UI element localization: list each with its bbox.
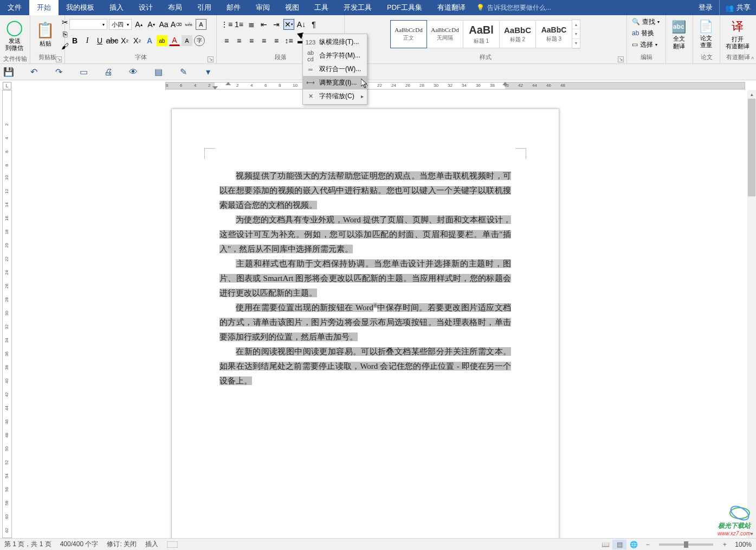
status-extra[interactable]	[167, 541, 178, 548]
qat-undo-button[interactable]: ↶	[28, 67, 39, 78]
view-print-layout[interactable]: ▤	[612, 540, 626, 549]
scroll-up-button[interactable]: ▴	[747, 90, 756, 99]
tab-tools[interactable]: 工具	[307, 0, 336, 15]
tab-file[interactable]: 文件	[0, 0, 29, 15]
document-content[interactable]: 视频提供了功能强大的方法帮助您证明您的观点。当您单击联机视频时，可以在想要添加的…	[219, 169, 511, 388]
zoom-percentage[interactable]: 100%	[735, 541, 752, 548]
shrink-font-button[interactable]: A▾	[146, 19, 157, 30]
grow-font-button[interactable]: A▴	[133, 19, 144, 30]
vertical-ruler[interactable]: 2468101214161820222426283032343638404244…	[2, 90, 12, 538]
bullets-button[interactable]: ⋮≡	[221, 19, 232, 30]
qat-customize[interactable]: ▾	[203, 67, 214, 78]
replace-button[interactable]: ab替换	[630, 28, 662, 39]
share-button[interactable]: 👥共享	[719, 0, 756, 15]
right-indent-marker[interactable]	[502, 82, 508, 85]
tab-selector[interactable]: L	[3, 82, 11, 89]
status-word-count[interactable]: 400/400 个字	[60, 540, 99, 549]
decrease-indent-button[interactable]: ⇤	[259, 19, 269, 30]
paste-button[interactable]: 📋 粘贴	[33, 19, 58, 49]
clear-formatting-button[interactable]: A⌫	[171, 19, 182, 30]
asian-layout-button[interactable]: ✕▾	[283, 19, 294, 30]
increase-indent-button[interactable]: ⇥	[271, 19, 282, 30]
enclose-characters-button[interactable]: 字	[194, 35, 205, 46]
zoom-out-button[interactable]: −	[641, 540, 655, 549]
qat-btn8[interactable]: ✎	[178, 67, 189, 78]
style-heading1[interactable]: AaBl标题 1	[463, 20, 500, 48]
hanging-indent-marker[interactable]	[212, 86, 218, 89]
font-dialog-launcher[interactable]: ↘	[208, 56, 214, 62]
view-read-mode[interactable]: 📖	[598, 540, 612, 549]
subscript-button[interactable]: X2	[119, 35, 130, 46]
scrollbar-thumb[interactable]	[748, 99, 755, 196]
tab-developer[interactable]: 开发工具	[336, 0, 379, 15]
align-center-button[interactable]: ≡	[234, 35, 244, 46]
menu-character-scaling[interactable]: ✕字符缩放(C)▸	[303, 89, 367, 103]
style-gallery[interactable]: AaBbCcDd正文 AaBbCcDd无间隔 AaBl标题 1 AaBbC标题 …	[391, 20, 580, 49]
find-button[interactable]: 🔍查找▾	[630, 16, 662, 27]
bold-button[interactable]: B	[69, 35, 80, 46]
numbering-button[interactable]: 1≡	[234, 19, 244, 30]
tab-insert[interactable]: 插入	[102, 0, 131, 15]
status-track-changes[interactable]: 修订: 关闭	[107, 540, 137, 549]
font-size-combo[interactable]: 小四▾	[109, 19, 132, 30]
character-border-button[interactable]: A	[196, 19, 206, 30]
qat-btn6[interactable]: 👁	[128, 67, 139, 78]
status-insert-mode[interactable]: 插入	[145, 540, 158, 549]
menu-two-lines-in-one[interactable]: ═双行合一(W)...	[303, 62, 367, 76]
menu-combine-characters[interactable]: abcd合并字符(M)...	[303, 49, 367, 62]
character-shading-button[interactable]: A	[182, 35, 192, 46]
tab-pdftools[interactable]: PDF工具集	[379, 0, 430, 15]
distribute-button[interactable]: ≡	[271, 35, 282, 46]
align-left-button[interactable]: ≡	[221, 35, 232, 46]
vertical-scrollbar[interactable]: ▴ ▾	[747, 90, 756, 538]
phonetic-guide-button[interactable]: wén	[183, 19, 194, 30]
tab-home[interactable]: 开始	[29, 0, 59, 15]
document-page[interactable]: 视频提供了功能强大的方法帮助您证明您的观点。当您单击联机视频时，可以在想要添加的…	[171, 108, 559, 538]
tab-references[interactable]: 引用	[190, 0, 219, 15]
thesis-check-button[interactable]: 📄论文 查重	[695, 17, 716, 51]
tab-mail[interactable]: 邮件	[219, 0, 248, 15]
multilevel-list-button[interactable]: ≣	[246, 19, 257, 30]
tell-me-search[interactable]: 💡告诉我您想要做什么...	[476, 0, 551, 15]
select-button[interactable]: ▭选择▾	[630, 39, 662, 50]
first-line-indent-marker[interactable]	[225, 82, 231, 85]
zoom-in-button[interactable]: +	[718, 540, 732, 549]
style-normal[interactable]: AaBbCcDd正文	[390, 20, 427, 48]
style-gallery-more[interactable]: ▴▾▾	[572, 20, 580, 49]
show-marks-button[interactable]: ¶	[308, 19, 319, 30]
collapse-ribbon-button[interactable]: ^	[751, 56, 754, 62]
underline-button[interactable]: U	[94, 35, 105, 46]
view-web-layout[interactable]: 🌐	[626, 540, 641, 549]
full-translate-button[interactable]: 🔤全文 翻译	[668, 18, 689, 52]
tab-review[interactable]: 审阅	[248, 0, 277, 15]
styles-dialog-launcher[interactable]: ↘	[618, 56, 624, 62]
horizontal-ruler[interactable]: 8642246810121416182022242628303234363840…	[165, 82, 745, 89]
style-no-spacing[interactable]: AaBbCcDd无间隔	[427, 20, 463, 48]
tab-design[interactable]: 设计	[131, 0, 160, 15]
change-case-button[interactable]: Aa	[158, 19, 169, 30]
menu-horizontal-in-vertical[interactable]: 123纵横混排(T)...	[303, 35, 367, 49]
clipboard-dialog-launcher[interactable]: ↘	[56, 56, 62, 62]
login-button[interactable]: 登录	[692, 0, 719, 15]
qat-btn4[interactable]: ▭	[78, 67, 89, 78]
tab-mytemplate[interactable]: 我的模板	[59, 0, 102, 15]
qat-save-button[interactable]: 💾	[3, 67, 14, 78]
strikethrough-button[interactable]: abc	[107, 35, 118, 46]
tab-layout[interactable]: 布局	[160, 0, 190, 15]
text-effects-button[interactable]: A	[144, 35, 155, 46]
font-color-button[interactable]: A	[169, 35, 180, 46]
status-page[interactable]: 第 1 页，共 1 页	[4, 540, 51, 549]
zoom-slider[interactable]	[659, 543, 713, 546]
qat-btn5[interactable]: 🖨	[103, 67, 114, 78]
italic-button[interactable]: I	[82, 35, 93, 46]
highlight-button[interactable]: ab	[157, 35, 167, 46]
open-youdao-button[interactable]: 译打开 有道翻译	[722, 16, 753, 52]
send-to-wechat-button[interactable]: ◯ 发送 到微信	[2, 16, 27, 54]
font-name-combo[interactable]: ▾	[69, 19, 107, 30]
justify-button[interactable]: ≡	[259, 35, 269, 46]
tab-youdao[interactable]: 有道翻译	[430, 0, 473, 15]
superscript-button[interactable]: X2	[132, 35, 143, 46]
line-spacing-button[interactable]: ↕≡	[283, 35, 294, 46]
style-heading3[interactable]: AaBbC标题 3	[535, 20, 572, 48]
qat-btn7[interactable]: ▤	[153, 67, 164, 78]
